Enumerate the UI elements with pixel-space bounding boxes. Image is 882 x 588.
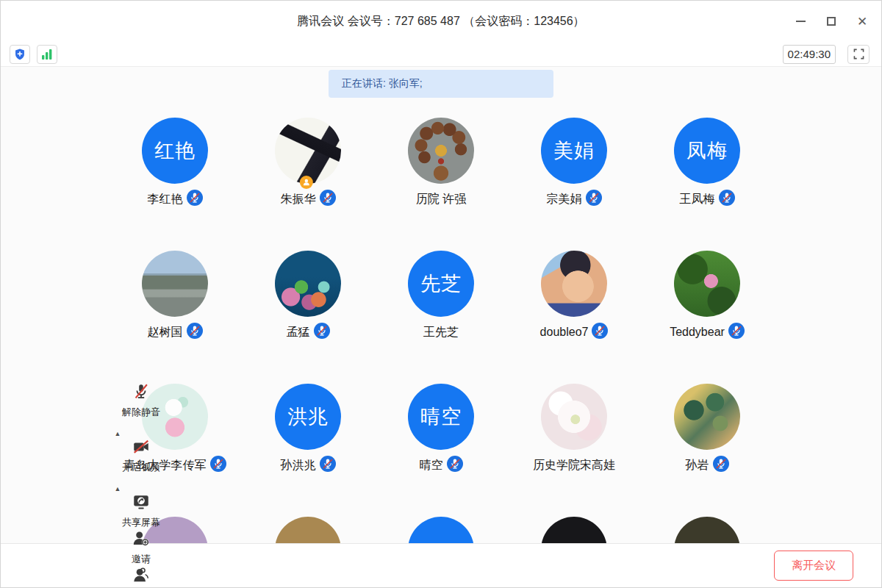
participant-card[interactable]: Teddybear: [641, 251, 774, 384]
avatar: [275, 118, 341, 184]
close-button[interactable]: ✕: [852, 11, 872, 32]
participant-name: 王先芝: [423, 325, 459, 340]
toolbar-item-label: 解除静音: [122, 406, 160, 419]
active-speaker-text: 正在讲话: 张向军;: [342, 77, 423, 90]
mic-muted-icon: [447, 456, 463, 475]
mic-muted-icon: [719, 190, 735, 209]
fullscreen-button[interactable]: [847, 45, 870, 64]
leave-meeting-button[interactable]: 离开会议: [774, 551, 853, 581]
toolbar-item-unmute[interactable]: 解除静音: [122, 382, 160, 419]
participant-name: 李红艳: [148, 192, 183, 207]
participant-card-partial[interactable]: [508, 517, 641, 545]
participant-card[interactable]: 朱振华: [242, 118, 375, 251]
chevron-up-icon: ▲: [115, 485, 121, 492]
participant-card[interactable]: 红艳 李红艳: [109, 118, 242, 251]
participant-name: 赵树国: [148, 325, 183, 340]
meeting-security-button[interactable]: [10, 45, 30, 64]
toolbar-item-unmute-expand-arrow[interactable]: ▲: [112, 430, 123, 437]
participant-name: 孙洪兆: [281, 458, 316, 473]
avatar: [541, 251, 607, 317]
minimize-icon: [796, 21, 806, 22]
host-badge-icon: [300, 176, 313, 189]
participant-name: 孙岩: [686, 458, 709, 473]
participant-name: doubleo7: [540, 326, 589, 339]
toolbar-item-share-screen[interactable]: 共享屏幕: [122, 492, 160, 529]
toolbar-item-start-video[interactable]: 开启视频: [122, 437, 160, 474]
network-signal-icon: [40, 49, 54, 60]
avatar: 红艳: [142, 118, 208, 184]
mic-muted-icon: [314, 323, 330, 342]
participant-card[interactable]: doubleo7: [508, 251, 641, 384]
toolbar-item-members[interactable]: 成员(29): [122, 566, 160, 588]
participant-card[interactable]: 先芝 王先芝: [375, 251, 508, 384]
maximize-button[interactable]: [821, 11, 842, 32]
participant-card[interactable]: 美娟 宗美娟: [508, 118, 641, 251]
participant-card-partial[interactable]: [641, 517, 774, 545]
participant-card[interactable]: 凤梅 王凤梅: [641, 118, 774, 251]
close-icon: ✕: [857, 15, 867, 28]
participant-name: 孟猛: [287, 325, 310, 340]
bottom-toolbar: 解除静音▲ 开启视频▲ 共享屏幕 邀请 成员(29) 聊天: [1, 543, 882, 587]
participant-name: 晴空: [420, 458, 443, 473]
avatar: 晴空: [408, 384, 474, 450]
window-controls: ✕: [790, 1, 872, 42]
participant-card[interactable]: 历史学院宋高娃: [508, 384, 641, 517]
avatar: [408, 118, 474, 184]
screen-share-icon: [132, 492, 151, 514]
toolbar-item-start-video-expand-arrow[interactable]: ▲: [112, 485, 123, 492]
maximize-icon: [827, 17, 836, 26]
avatar: [541, 384, 607, 450]
network-quality-button[interactable]: [37, 45, 57, 64]
participant-card[interactable]: 洪兆 孙洪兆: [242, 384, 375, 517]
mic-muted-icon: [187, 323, 203, 342]
toolbar-item-invite[interactable]: 邀请: [122, 529, 160, 566]
participant-card-partial[interactable]: [375, 517, 508, 545]
avatar: [275, 517, 341, 545]
participant-name: 王凤梅: [680, 192, 715, 207]
toolbar-item-label: 邀请: [132, 553, 151, 566]
mic-muted-icon: [187, 190, 203, 209]
mic-muted-icon: [586, 190, 602, 209]
chevron-up-icon: ▲: [115, 430, 121, 437]
status-bar: 02:49:30: [1, 42, 881, 67]
participant-card[interactable]: 晴空 晴空: [375, 384, 508, 517]
participant-card[interactable]: 赵树国: [109, 251, 242, 384]
mic-muted-icon: [210, 456, 226, 475]
mic-muted-icon: [713, 456, 729, 475]
invite-person-icon: [132, 529, 151, 551]
participant-card[interactable]: 孟猛: [242, 251, 375, 384]
members-icon: [132, 566, 151, 588]
avatar: [142, 251, 208, 317]
camera-off-icon: [132, 437, 151, 459]
fullscreen-icon: [853, 49, 864, 60]
active-speaker-banner: 正在讲话: 张向军;: [329, 70, 553, 98]
mic-muted-icon: [132, 382, 151, 404]
participant-name: 宗美娟: [547, 192, 582, 207]
participant-card[interactable]: 历院 许强: [375, 118, 508, 251]
security-shield-icon: [13, 48, 26, 61]
avatar: [541, 517, 607, 545]
avatar: [674, 517, 740, 545]
participant-name: 历院 许强: [416, 192, 466, 207]
avatar: [674, 384, 740, 450]
mic-muted-icon: [320, 190, 336, 209]
meeting-timer: 02:49:30: [783, 45, 836, 64]
title-bar: 腾讯会议 会议号：727 685 487 （会议密码：123456） ✕: [1, 1, 881, 42]
mic-muted-icon: [320, 456, 336, 475]
mic-muted-icon: [592, 323, 608, 342]
avatar: 先芝: [408, 251, 474, 317]
participant-card[interactable]: 孙岩: [641, 384, 774, 517]
mic-muted-icon: [728, 323, 745, 342]
toolbar-item-label: 开启视频: [122, 461, 160, 474]
participant-name: 朱振华: [281, 192, 316, 207]
window-title: 腾讯会议 会议号：727 685 487 （会议密码：123456）: [297, 14, 584, 29]
toolbar-item-label: 共享屏幕: [122, 516, 160, 529]
participant-card-partial[interactable]: [242, 517, 375, 545]
avatar: [408, 517, 474, 545]
avatar: 美娟: [541, 118, 607, 184]
avatar: [674, 251, 740, 317]
avatar: [275, 251, 341, 317]
avatar: 洪兆: [275, 384, 341, 450]
minimize-button[interactable]: [790, 11, 811, 32]
participant-name: Teddybear: [670, 326, 725, 339]
